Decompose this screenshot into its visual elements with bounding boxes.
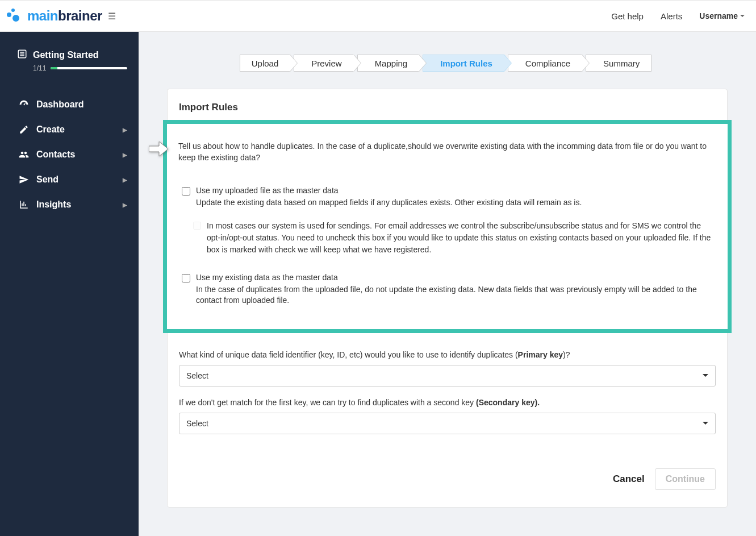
chevron-down-icon [740,15,745,17]
checkbox-uploaded-master[interactable] [182,187,190,196]
sidebar-item-create[interactable]: Create ▶ [0,117,139,142]
username-menu[interactable]: Username [699,11,745,20]
chevron-right-icon: ▶ [123,152,127,158]
sidebar-item-send[interactable]: Send ▶ [0,167,139,192]
wizard-step-compliance[interactable]: Compliance [508,55,582,72]
select-value: Select [186,419,208,428]
import-rules-panel: Import Rules Tell us about how to handle… [167,89,728,508]
logo-text: mainbrainer [27,8,102,24]
menu-toggle-icon[interactable]: ☰ [108,11,116,22]
primary-key-label: What kind of unique data field identifie… [179,350,716,359]
wizard-step-upload[interactable]: Upload [240,55,291,72]
intro-text: Tell us about how to handle duplicates. … [178,141,716,163]
sidebar-item-label: Insights [36,200,71,210]
sidebar-item-insights[interactable]: Insights ▶ [0,192,139,217]
panel-title: Import Rules [168,89,727,120]
chevron-right-icon: ▶ [123,177,127,183]
dashboard-icon [17,99,31,110]
wizard-step-mapping[interactable]: Mapping [357,55,420,72]
sidebar-item-label: Dashboard [36,99,84,110]
sidebar-item-label: Create [36,124,65,135]
caret-down-icon [703,374,708,377]
sidebar-item-label: Contacts [36,149,75,160]
sidebar-getting-started[interactable]: Getting Started 1/11 [0,49,139,72]
checkbox-keep-status[interactable] [193,222,201,230]
continue-button[interactable]: Continue [655,468,716,490]
callout-arrow-icon [149,142,168,158]
option-description: Update the existing data based on mapped… [196,197,716,209]
logo-icon [6,7,23,24]
option-label: Use my uploaded file as the master data [196,186,716,195]
secondary-key-select[interactable]: Select [179,413,716,434]
checkbox-existing-master[interactable] [182,274,190,282]
primary-key-select[interactable]: Select [179,365,716,387]
caret-down-icon [703,422,708,425]
option-existing-master: Use my existing data as the master data … [178,273,716,306]
getting-started-title: Getting Started [33,50,99,60]
sidebar-item-label: Send [36,174,59,185]
progress-bar [51,67,127,69]
sub-option-keep-status: In most cases our system is used for sen… [178,220,716,256]
chart-icon [17,200,31,210]
secondary-key-label: If we don't get match for the first key,… [179,398,716,407]
sub-option-text: In most cases our system is used for sen… [207,220,716,256]
option-uploaded-master: Use my uploaded file as the master data … [178,186,716,209]
sidebar-item-dashboard[interactable]: Dashboard [0,92,139,117]
chevron-right-icon: ▶ [123,127,127,133]
logo[interactable]: mainbrainer [6,7,102,24]
option-label: Use my existing data as the master data [196,273,716,282]
sidebar-item-contacts[interactable]: Contacts ▶ [0,142,139,167]
people-icon [17,149,31,160]
topbar: mainbrainer ☰ Get help Alerts Username [0,0,756,32]
wizard-step-summary[interactable]: Summary [586,55,651,72]
option-description: In the case of duplicates from the uploa… [196,284,716,306]
sidebar: Getting Started 1/11 Dashboard Create ▶ [0,32,139,536]
username-label: Username [699,11,738,20]
select-value: Select [186,371,208,380]
pencil-icon [17,124,31,135]
checklist-icon [17,49,27,61]
getting-started-count: 1/11 [33,64,46,72]
wizard-step-import-rules[interactable]: Import Rules [423,55,504,72]
get-help-link[interactable]: Get help [611,11,644,21]
chevron-right-icon: ▶ [123,202,127,208]
highlighted-section: Tell us about how to handle duplicates. … [163,120,732,333]
wizard-step-preview[interactable]: Preview [294,55,353,72]
alerts-link[interactable]: Alerts [661,11,682,21]
main-content: Upload Preview Mapping Import Rules Comp… [139,32,756,536]
send-icon [17,174,31,185]
step-wizard: Upload Preview Mapping Import Rules Comp… [139,32,756,89]
cancel-button[interactable]: Cancel [613,473,645,485]
